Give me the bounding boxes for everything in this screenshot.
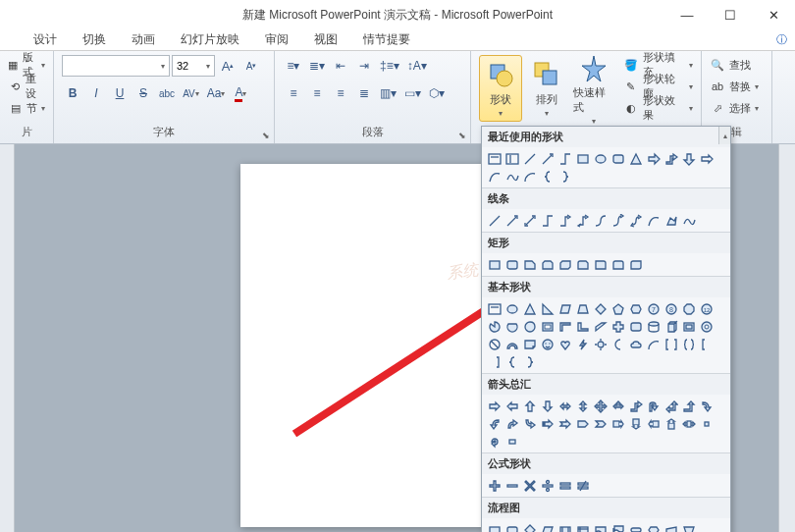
flow-decision[interactable] <box>521 521 538 532</box>
arrow-callout-right[interactable] <box>610 415 626 432</box>
shape-left-brace[interactable] <box>539 168 556 185</box>
arrow-callout-down[interactable] <box>627 415 644 432</box>
shape-cube[interactable] <box>662 318 679 335</box>
shape-textbox2[interactable] <box>486 300 503 317</box>
arrow-circular[interactable] <box>486 433 503 450</box>
shape-right-brace[interactable] <box>556 168 573 185</box>
shape-sun[interactable] <box>592 336 609 352</box>
arrow-curved-up[interactable] <box>504 415 520 432</box>
shape-double-brace[interactable] <box>680 336 697 352</box>
tab-slideshow[interactable]: 幻灯片放映 <box>177 29 243 50</box>
char-spacing-button[interactable]: AV▾ <box>180 82 202 104</box>
numbering-button[interactable]: ≣▾ <box>306 55 328 77</box>
shape-snip-same-rect[interactable] <box>539 256 556 273</box>
arrow-curved-right[interactable] <box>698 398 715 414</box>
font-dialog-launcher[interactable]: ⬊ <box>260 130 272 141</box>
arrow-3way-lru[interactable] <box>610 398 626 414</box>
shape-right-triangle[interactable] <box>539 300 556 317</box>
select-button[interactable]: ⬀选择▾ <box>710 98 764 118</box>
shape-textbox[interactable] <box>486 150 503 167</box>
shape-decagon[interactable] <box>680 300 697 317</box>
shape-triangle[interactable] <box>627 150 644 167</box>
shape-not-equal[interactable] <box>574 477 591 494</box>
gallery-scroll-up[interactable]: ▴ <box>718 127 730 144</box>
flow-manual-op[interactable] <box>680 521 697 532</box>
close-button[interactable]: ✕ <box>752 0 795 29</box>
shape-curved-double-arrow[interactable] <box>627 212 644 229</box>
flow-preparation[interactable] <box>645 521 662 532</box>
shape-triangle2[interactable] <box>521 300 538 317</box>
arrow-pentagon[interactable] <box>574 415 591 432</box>
shape-curve[interactable] <box>486 168 503 185</box>
flow-terminator[interactable] <box>627 521 644 532</box>
shape-snip-diag-rect[interactable] <box>556 256 573 273</box>
shrink-font-button[interactable]: A▾ <box>240 55 262 77</box>
shape-heart[interactable] <box>556 336 573 352</box>
arrow-callout-left[interactable] <box>645 415 662 432</box>
find-button[interactable]: 🔍查找 <box>710 55 764 75</box>
tab-transitions[interactable]: 切换 <box>79 29 110 50</box>
flow-alt-process[interactable] <box>504 521 520 532</box>
flow-data[interactable] <box>539 521 556 532</box>
shape-elbow-double-arrow[interactable] <box>574 212 591 229</box>
font-size-select[interactable]: 32▾ <box>172 55 215 77</box>
shape-equal[interactable] <box>556 477 573 494</box>
shape-double-arrow-line[interactable] <box>521 212 538 229</box>
ribbon-help-icon[interactable]: ⓘ <box>776 32 787 47</box>
flow-multidoc[interactable] <box>610 521 626 532</box>
shape-right-arrow[interactable] <box>645 150 662 167</box>
arrow-leftup[interactable] <box>662 398 679 414</box>
shape-dodecagon[interactable]: 12 <box>698 300 715 317</box>
shape-bevel[interactable] <box>680 318 697 335</box>
decrease-indent-button[interactable]: ⇤ <box>330 55 351 77</box>
shape-cloud[interactable] <box>627 336 644 352</box>
shape-arc[interactable] <box>521 168 538 185</box>
bullets-button[interactable]: ≡▾ <box>283 55 304 77</box>
shape-elbow-connector[interactable] <box>539 212 556 229</box>
shape-oval[interactable] <box>592 150 609 167</box>
align-right-button[interactable]: ≡ <box>330 82 351 104</box>
shape-line-arrow[interactable] <box>539 150 556 167</box>
shape-freeform-closed[interactable] <box>662 212 679 229</box>
shape-effects-button[interactable]: ◐形状效果▾ <box>623 98 693 118</box>
shape-left-brace2[interactable] <box>504 353 520 370</box>
shape-pie[interactable] <box>486 318 503 335</box>
arrow-curved-left[interactable] <box>486 415 503 432</box>
arrow-notched-right[interactable] <box>556 415 573 432</box>
flow-manual-input[interactable] <box>662 521 679 532</box>
shape-line[interactable] <box>521 150 538 167</box>
paragraph-dialog-launcher[interactable]: ⬊ <box>456 130 468 141</box>
grow-font-button[interactable]: A▴ <box>217 55 238 77</box>
shape-rectangle[interactable] <box>574 150 591 167</box>
shape-multiply[interactable] <box>521 477 538 494</box>
shape-block-arc[interactable] <box>504 336 520 352</box>
tab-review[interactable]: 审阅 <box>261 29 292 50</box>
arrow-right[interactable] <box>486 398 503 414</box>
shape-heptagon[interactable]: 7 <box>645 300 662 317</box>
shape-can[interactable] <box>645 318 662 335</box>
shape-half-frame[interactable] <box>556 318 573 335</box>
shape-donut[interactable] <box>698 318 715 335</box>
shape-teardrop[interactable] <box>521 318 538 335</box>
shape-snip-single-rect[interactable] <box>521 256 538 273</box>
font-family-select[interactable]: ▾ <box>62 55 170 77</box>
text-direction-button[interactable]: ↕A▾ <box>404 55 430 77</box>
underline-button[interactable]: U <box>109 82 131 104</box>
shape-arrow-line[interactable] <box>504 212 520 229</box>
arrow-up[interactable] <box>521 398 538 414</box>
replace-button[interactable]: ab替换▾ <box>710 77 764 96</box>
increase-indent-button[interactable]: ⇥ <box>353 55 375 77</box>
shape-line2[interactable] <box>486 212 503 229</box>
shape-l-shape[interactable] <box>574 318 591 335</box>
minimize-button[interactable]: — <box>665 0 709 29</box>
shape-connector[interactable] <box>556 150 573 167</box>
arrow-curved-down[interactable] <box>521 415 538 432</box>
shape-folded-corner[interactable] <box>521 336 538 352</box>
shape-rect[interactable] <box>486 256 503 273</box>
arrow-callout-leftright[interactable] <box>680 415 697 432</box>
reset-button[interactable]: ⟲重设 <box>8 77 45 96</box>
shape-round-single-rect[interactable] <box>592 256 609 273</box>
shape-diamond[interactable] <box>592 300 609 317</box>
shape-plus[interactable] <box>486 477 503 494</box>
arrow-callout-up[interactable] <box>662 415 679 432</box>
